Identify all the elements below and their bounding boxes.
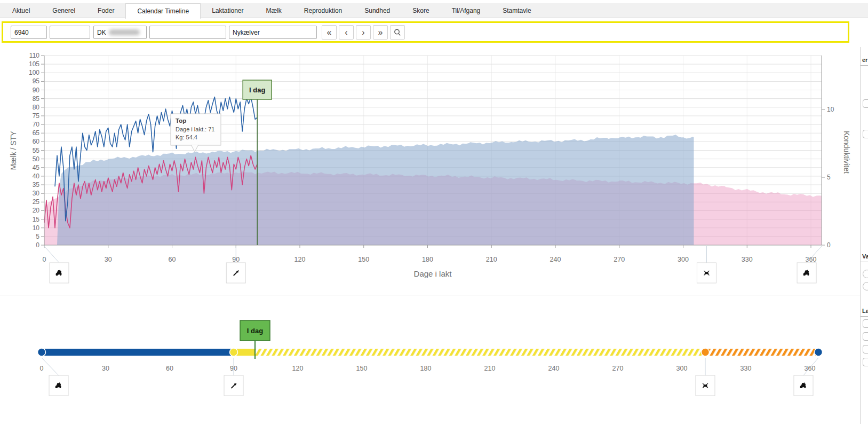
svg-text:60: 60 (169, 256, 176, 263)
side-panel-control[interactable] (863, 282, 868, 290)
side-panel-text-fragment: Va (862, 253, 868, 260)
svg-text:300: 300 (676, 365, 688, 372)
svg-text:Kg: 54.4: Kg: 54.4 (176, 134, 197, 140)
svg-text:95: 95 (33, 77, 40, 85)
side-panel-control[interactable] (863, 99, 868, 108)
tab-aktuel[interactable]: Aktuel (1, 3, 41, 18)
event-calving[interactable] (794, 375, 813, 396)
app-window: AktuelGenerelFoderCalendar TimelineLakta… (0, 0, 868, 424)
svg-text:70: 70 (33, 121, 40, 128)
official-id-input[interactable]: DK (93, 26, 147, 39)
timeline-segment-blue-solid (42, 349, 234, 356)
svg-text:360: 360 (805, 365, 816, 372)
svg-text:270: 270 (612, 365, 624, 372)
event-calving[interactable] (49, 375, 68, 396)
event-dry-off[interactable] (697, 263, 716, 283)
svg-text:330: 330 (740, 365, 752, 372)
tab-generel[interactable]: Generel (41, 3, 86, 18)
status-input[interactable]: Nykælver (229, 26, 317, 39)
animal-number-input[interactable]: 6940 (11, 26, 47, 39)
x-axis-label: Dage i lakt (414, 269, 452, 278)
svg-text:120: 120 (294, 256, 306, 263)
svg-text:10: 10 (827, 106, 834, 113)
left-axis-label: Mælk / STY (9, 131, 18, 170)
timeline-today-marker[interactable]: I dag (240, 320, 270, 341)
redacted-text (109, 29, 140, 35)
svg-text:330: 330 (742, 256, 753, 263)
svg-text:240: 240 (550, 256, 561, 263)
tab-sundhed[interactable]: Sundhed (353, 3, 401, 18)
svg-text:75: 75 (33, 112, 40, 120)
svg-text:55: 55 (33, 147, 40, 154)
svg-text:I dag: I dag (247, 327, 263, 335)
tab-stamtavle[interactable]: Stamtavle (491, 3, 542, 18)
svg-text:0: 0 (43, 256, 46, 263)
last-record-button[interactable]: » (373, 25, 388, 40)
svg-text:30: 30 (33, 190, 40, 197)
tab-bar: AktuelGenerelFoderCalendar TimelineLakta… (0, 3, 868, 18)
group-input[interactable] (50, 26, 90, 39)
panel-divider (0, 295, 860, 295)
svg-text:210: 210 (486, 256, 497, 263)
svg-text:150: 150 (356, 365, 368, 372)
svg-text:Dage i lakt.: 71: Dage i lakt.: 71 (176, 126, 214, 132)
first-record-button[interactable]: « (322, 25, 337, 40)
next-record-button[interactable]: › (356, 25, 371, 40)
svg-text:105: 105 (29, 60, 39, 68)
svg-text:10: 10 (33, 224, 40, 232)
first-record-icon: « (327, 28, 332, 37)
previous-record-button[interactable]: ‹ (339, 25, 354, 40)
today-marker[interactable]: I dag (243, 80, 272, 99)
next-record-icon: › (362, 28, 364, 37)
side-panel-control[interactable] (863, 345, 868, 354)
event-calving[interactable] (50, 263, 69, 283)
tab-m-lk[interactable]: Mælk (255, 3, 293, 18)
svg-text:30: 30 (105, 256, 112, 263)
chart-tooltip: TopDage i lakt.: 71Kg: 54.4 (171, 114, 221, 152)
tab-til-afgang[interactable]: Til/Afgang (441, 3, 492, 18)
tab-calendar-timeline[interactable]: Calendar Timeline (125, 3, 201, 19)
svg-text:150: 150 (358, 256, 369, 263)
right-axis-label: Konduktivitet (842, 131, 851, 174)
timeline-marker-day-364[interactable] (815, 348, 823, 356)
svg-text:20: 20 (33, 207, 40, 214)
svg-text:0: 0 (827, 241, 831, 249)
timeline-marker-day-0[interactable] (38, 348, 46, 356)
side-panel-text-fragment: er (862, 57, 867, 63)
svg-text:I dag: I dag (249, 86, 265, 94)
svg-text:270: 270 (614, 256, 625, 263)
side-panel-control[interactable] (863, 130, 868, 138)
timeline-segment-orange-hatch (705, 349, 818, 356)
svg-text:5: 5 (36, 233, 39, 240)
event-insemination[interactable] (226, 263, 245, 283)
side-panel-control[interactable] (863, 270, 868, 278)
svg-text:60: 60 (166, 365, 173, 372)
svg-text:90: 90 (33, 87, 40, 94)
lactation-timeline[interactable]: 0306090120150180210240270300330360I dag (0, 299, 860, 424)
tab-foder[interactable]: Foder (86, 3, 125, 18)
side-panel-control[interactable] (863, 358, 868, 366)
timeline-marker-day-311[interactable] (702, 348, 710, 356)
side-panel-control[interactable] (863, 319, 868, 328)
event-dry-off[interactable] (696, 375, 715, 396)
tab-laktationer[interactable]: Laktationer (201, 3, 254, 18)
event-calving[interactable] (797, 263, 816, 283)
tab-skore[interactable]: Skore (401, 3, 440, 18)
svg-text:80: 80 (33, 104, 40, 111)
svg-text:60: 60 (33, 138, 40, 145)
event-insemination[interactable] (224, 375, 243, 396)
lactation-chart[interactable]: 0510152025303540455055606570758085909510… (0, 47, 860, 295)
animal-navigation-toolbar: 6940DKNykælver «‹›» (2, 21, 849, 43)
svg-text:15: 15 (33, 216, 40, 223)
svg-text:100: 100 (29, 69, 39, 76)
svg-text:85: 85 (33, 95, 40, 103)
tab-reproduktion[interactable]: Reproduktion (293, 3, 353, 18)
svg-text:180: 180 (422, 256, 433, 263)
search-button[interactable] (390, 25, 405, 40)
side-panel-control[interactable] (863, 332, 868, 341)
name-input[interactable] (149, 26, 226, 39)
svg-text:35: 35 (33, 181, 40, 189)
svg-text:5: 5 (827, 174, 831, 181)
previous-record-icon: ‹ (345, 28, 347, 37)
timeline-marker-day-90[interactable] (230, 348, 238, 356)
